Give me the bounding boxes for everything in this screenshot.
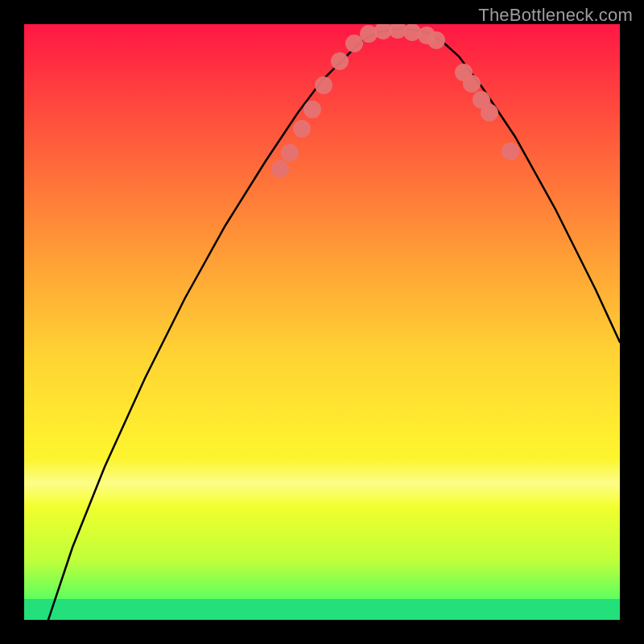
marker-dot	[293, 120, 311, 138]
marker-dot	[427, 31, 445, 49]
marker-dot	[315, 76, 332, 94]
marker-dot	[271, 160, 289, 178]
marker-dot	[463, 75, 481, 93]
marker-dot	[331, 52, 349, 70]
watermark-text: TheBottleneck.com	[478, 5, 633, 26]
marker-dot	[281, 144, 299, 162]
bottleneck-curve	[48, 28, 620, 620]
marker-dot	[502, 142, 519, 160]
marker-dot	[303, 101, 321, 118]
plot-area	[24, 24, 620, 620]
curve-svg	[24, 24, 620, 620]
marker-dot	[481, 104, 498, 122]
